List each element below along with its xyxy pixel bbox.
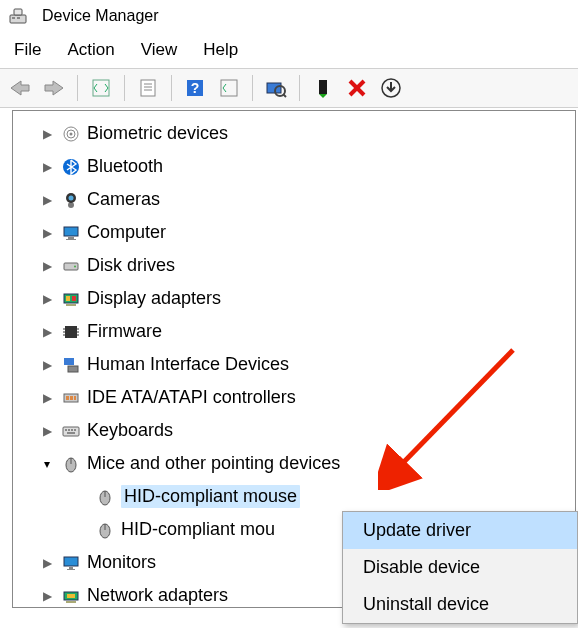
remove-device-button[interactable] — [343, 74, 371, 102]
keyboard-icon — [61, 421, 81, 441]
expander-icon[interactable]: ▶ — [39, 555, 55, 571]
menu-action[interactable]: Action — [67, 40, 114, 60]
tree-item-bluetooth[interactable]: ▶ Bluetooth — [13, 150, 575, 183]
expander-icon[interactable]: ▶ — [39, 390, 55, 406]
svg-line-14 — [283, 94, 286, 97]
camera-icon — [61, 190, 81, 210]
expander-icon[interactable]: ▶ — [39, 291, 55, 307]
tree-item-label: Cameras — [87, 189, 160, 210]
tree-item-firmware[interactable]: ▶ Firmware — [13, 315, 575, 348]
scan-hardware-button[interactable] — [262, 74, 290, 102]
svg-rect-62 — [67, 569, 75, 570]
svg-rect-34 — [66, 304, 76, 306]
svg-rect-51 — [71, 429, 73, 431]
svg-rect-32 — [66, 296, 70, 301]
tree-item-mice[interactable]: ▾ Mice and other pointing devices — [13, 447, 575, 480]
tree-item-label: Mice and other pointing devices — [87, 453, 340, 474]
ctx-update-driver[interactable]: Update driver — [343, 512, 577, 549]
svg-point-30 — [74, 265, 76, 267]
bluetooth-icon — [61, 157, 81, 177]
menu-view[interactable]: View — [141, 40, 178, 60]
enable-device-button[interactable] — [309, 74, 337, 102]
svg-rect-4 — [93, 80, 109, 96]
svg-rect-2 — [12, 17, 15, 19]
window-title: Device Manager — [42, 7, 159, 25]
tree-item-hid[interactable]: ▶ Human Interface Devices — [13, 348, 575, 381]
forward-button[interactable] — [40, 74, 68, 102]
svg-rect-28 — [66, 239, 76, 240]
expander-icon[interactable]: ▶ — [39, 159, 55, 175]
svg-rect-33 — [72, 296, 76, 301]
toolbar-separator — [171, 75, 172, 101]
svg-rect-52 — [74, 429, 76, 431]
svg-rect-5 — [141, 80, 155, 96]
svg-point-21 — [70, 132, 73, 135]
tree-item-label: Monitors — [87, 552, 156, 573]
tree-item-label: HID-compliant mouse — [121, 485, 300, 508]
svg-rect-12 — [267, 83, 281, 93]
ctx-disable-device[interactable]: Disable device — [343, 549, 577, 586]
display-adapter-icon — [61, 289, 81, 309]
tree-item-keyboards[interactable]: ▶ Keyboards — [13, 414, 575, 447]
tree-item-label: Firmware — [87, 321, 162, 342]
mouse-category-icon — [61, 454, 81, 474]
mouse-icon — [95, 520, 115, 540]
svg-rect-60 — [64, 557, 78, 566]
tree-item-ide[interactable]: ▶ IDE ATA/ATAPI controllers — [13, 381, 575, 414]
back-button[interactable] — [6, 74, 34, 102]
tree-item-display-adapters[interactable]: ▶ Display adapters — [13, 282, 575, 315]
show-hidden-button[interactable] — [87, 74, 115, 102]
svg-rect-48 — [63, 427, 79, 436]
tree-item-label: Computer — [87, 222, 166, 243]
action-add-button[interactable] — [215, 74, 243, 102]
network-icon — [61, 586, 81, 606]
expander-icon[interactable]: ▶ — [39, 126, 55, 142]
svg-rect-64 — [67, 594, 75, 598]
device-manager-icon — [8, 6, 28, 26]
tree-item-cameras[interactable]: ▶ Cameras — [13, 183, 575, 216]
fingerprint-icon — [61, 124, 81, 144]
expander-icon[interactable]: ▶ — [39, 225, 55, 241]
menu-bar: File Action View Help — [0, 34, 578, 68]
expander-icon[interactable]: ▶ — [39, 258, 55, 274]
menu-file[interactable]: File — [14, 40, 41, 60]
mouse-icon — [95, 487, 115, 507]
properties-button[interactable] — [134, 74, 162, 102]
toolbar-separator — [124, 75, 125, 101]
svg-rect-53 — [67, 432, 75, 434]
svg-rect-45 — [66, 396, 69, 400]
svg-rect-35 — [65, 326, 77, 338]
monitor-icon — [61, 553, 81, 573]
tree-item-disk-drives[interactable]: ▶ Disk drives — [13, 249, 575, 282]
tree-item-biometric[interactable]: ▶ Biometric devices — [13, 117, 575, 150]
expander-down-icon[interactable]: ▾ — [39, 456, 55, 472]
svg-rect-49 — [65, 429, 67, 431]
disk-icon — [61, 256, 81, 276]
svg-rect-43 — [68, 366, 78, 372]
tree-child-hid-mouse-1[interactable]: HID-compliant mouse — [13, 480, 575, 513]
toolbar-separator — [299, 75, 300, 101]
computer-icon — [61, 223, 81, 243]
expander-icon[interactable]: ▶ — [39, 324, 55, 340]
svg-rect-26 — [64, 227, 78, 236]
svg-rect-65 — [66, 601, 76, 603]
ctx-uninstall-device[interactable]: Uninstall device — [343, 586, 577, 623]
expander-icon[interactable]: ▶ — [39, 423, 55, 439]
svg-rect-50 — [68, 429, 70, 431]
context-menu: Update driver Disable device Uninstall d… — [342, 511, 578, 624]
tree-item-label: Network adapters — [87, 585, 228, 606]
title-bar: Device Manager — [0, 0, 578, 34]
expander-icon[interactable]: ▶ — [39, 192, 55, 208]
svg-rect-61 — [69, 567, 73, 569]
tree-item-label: Bluetooth — [87, 156, 163, 177]
tree-item-computer[interactable]: ▶ Computer — [13, 216, 575, 249]
update-driver-button[interactable] — [377, 74, 405, 102]
firmware-icon — [61, 322, 81, 342]
expander-icon[interactable]: ▶ — [39, 588, 55, 604]
expander-icon[interactable]: ▶ — [39, 357, 55, 373]
menu-help[interactable]: Help — [203, 40, 238, 60]
toolbar-separator — [252, 75, 253, 101]
svg-rect-46 — [70, 396, 73, 400]
help-button[interactable]: ? — [181, 74, 209, 102]
svg-rect-1 — [14, 9, 22, 15]
